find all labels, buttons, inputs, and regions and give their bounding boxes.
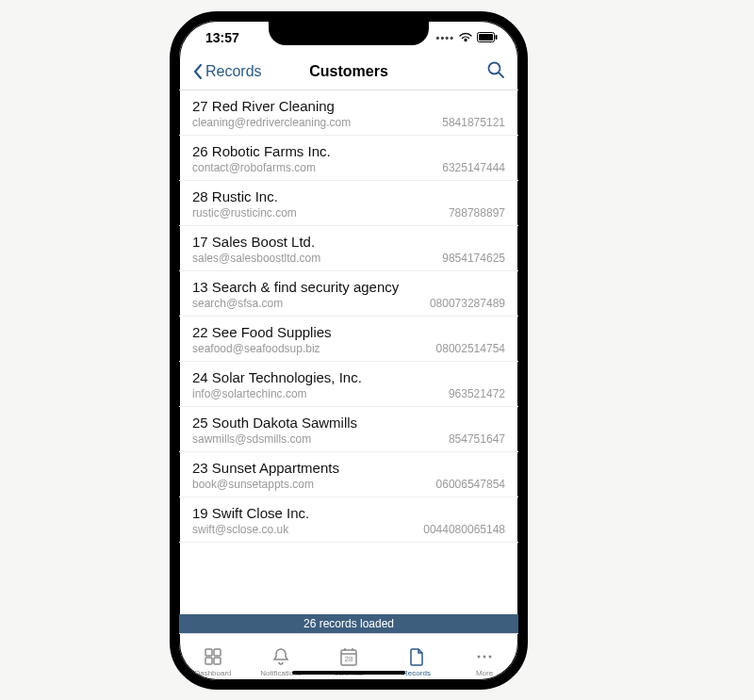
customer-email: cleaning@redrivercleaning.com: [192, 116, 434, 129]
svg-text:28: 28: [345, 655, 353, 663]
customer-email: search@sfsa.com: [192, 297, 422, 310]
customer-row[interactable]: 28 Rustic Inc.rustic@rusticinc.com788788…: [179, 181, 518, 226]
customer-email: sales@salesboostltd.com: [192, 252, 434, 265]
home-indicator[interactable]: [292, 671, 405, 675]
svg-point-15: [484, 655, 486, 658]
back-button[interactable]: Records: [192, 63, 262, 80]
customer-title: 28 Rustic Inc.: [192, 188, 505, 204]
wifi-icon: [458, 30, 473, 45]
customer-phone: 6325147444: [442, 161, 505, 174]
customer-email: swift@sclose.co.uk: [192, 523, 416, 536]
search-icon: [486, 60, 505, 79]
customer-title: 23 Sunset Appartments: [192, 460, 505, 476]
customer-title: 26 Robotic Farms Inc.: [192, 143, 505, 159]
customer-title: 25 South Dakota Sawmills: [192, 415, 505, 431]
customer-phone: 06006547854: [436, 478, 505, 491]
customer-email: rustic@rusticinc.com: [192, 206, 441, 220]
customer-row[interactable]: 26 Robotic Farms Inc.contact@robofarms.c…: [179, 136, 518, 181]
tab-label: More: [476, 669, 493, 677]
customer-title: 22 See Food Supplies: [192, 324, 505, 340]
svg-rect-6: [214, 649, 221, 656]
svg-point-3: [489, 63, 500, 74]
customer-row[interactable]: 13 Search & find security agencysearch@s…: [179, 271, 518, 317]
customer-row[interactable]: 23 Sunset Appartmentsbook@sunsetappts.co…: [179, 452, 518, 497]
svg-point-16: [489, 655, 492, 658]
search-button[interactable]: [486, 60, 505, 83]
customer-email: info@solartechinc.com: [192, 387, 441, 400]
customer-email: sawmills@sdsmills.com: [192, 432, 441, 446]
customer-title: 24 Solar Technologies, Inc.: [192, 369, 505, 385]
tab-dashboard[interactable]: Dashboard: [183, 646, 243, 677]
battery-icon: [477, 30, 498, 45]
customer-email: seafood@seafoodsup.biz: [192, 342, 429, 355]
customer-phone: 854751647: [449, 432, 505, 446]
tab-label: Records: [402, 669, 431, 677]
customer-row[interactable]: 27 Red River Cleaningcleaning@redrivercl…: [179, 90, 518, 136]
notch: [269, 21, 429, 45]
customer-title: 17 Sales Boost Ltd.: [192, 234, 505, 250]
records-loaded-status: 26 records loaded: [179, 614, 518, 633]
dashboard-icon: [203, 646, 223, 667]
notifications-icon: [270, 646, 291, 667]
page-title: Customers: [309, 63, 388, 80]
calendar-icon: 28: [338, 646, 359, 667]
customer-row[interactable]: 24 Solar Technologies, Inc.info@solartec…: [179, 362, 518, 407]
customer-row[interactable]: 22 See Food Suppliesseafood@seafoodsup.b…: [179, 317, 518, 362]
svg-rect-7: [205, 658, 212, 664]
records-icon: [406, 646, 427, 667]
customer-phone: 963521472: [449, 387, 505, 400]
svg-rect-2: [496, 35, 498, 40]
customer-email: contact@robofarms.com: [192, 161, 434, 174]
customer-title: 13 Search & find security agency: [192, 279, 505, 295]
customer-list[interactable]: 27 Red River Cleaningcleaning@redrivercl…: [179, 90, 518, 614]
back-label: Records: [205, 63, 262, 80]
phone-frame: 13:57 •••• Records Customers 27 Red Rive…: [170, 11, 528, 690]
customer-phone: 788788897: [449, 206, 505, 220]
customer-email: book@sunsetappts.com: [192, 478, 429, 491]
navigation-bar: Records Customers: [179, 55, 518, 90]
tab-more[interactable]: More: [454, 646, 515, 677]
customer-phone: 080073287489: [430, 297, 505, 310]
customer-phone: 9854174625: [442, 252, 505, 265]
chevron-left-icon: [192, 63, 204, 80]
svg-rect-1: [479, 34, 493, 41]
customer-title: 19 Swift Close Inc.: [192, 505, 505, 521]
customer-title: 27 Red River Cleaning: [192, 98, 505, 114]
customer-row[interactable]: 19 Swift Close Inc.swift@sclose.co.uk004…: [179, 497, 518, 543]
svg-line-4: [500, 73, 504, 78]
customer-phone: 08002514754: [436, 342, 505, 355]
svg-rect-5: [205, 649, 212, 656]
cellular-icon: ••••: [436, 32, 454, 43]
svg-point-14: [478, 655, 481, 658]
tab-bar: DashboardNotifications28CalendarRecordsM…: [179, 633, 518, 686]
customer-phone: 5841875121: [442, 116, 505, 129]
tab-label: Dashboard: [194, 669, 231, 677]
customer-row[interactable]: 25 South Dakota Sawmillssawmills@sdsmill…: [179, 407, 518, 452]
customer-row[interactable]: 17 Sales Boost Ltd.sales@salesboostltd.c…: [179, 226, 518, 271]
more-icon: [474, 646, 495, 667]
customer-phone: 0044080065148: [423, 523, 505, 536]
svg-rect-8: [214, 658, 221, 664]
